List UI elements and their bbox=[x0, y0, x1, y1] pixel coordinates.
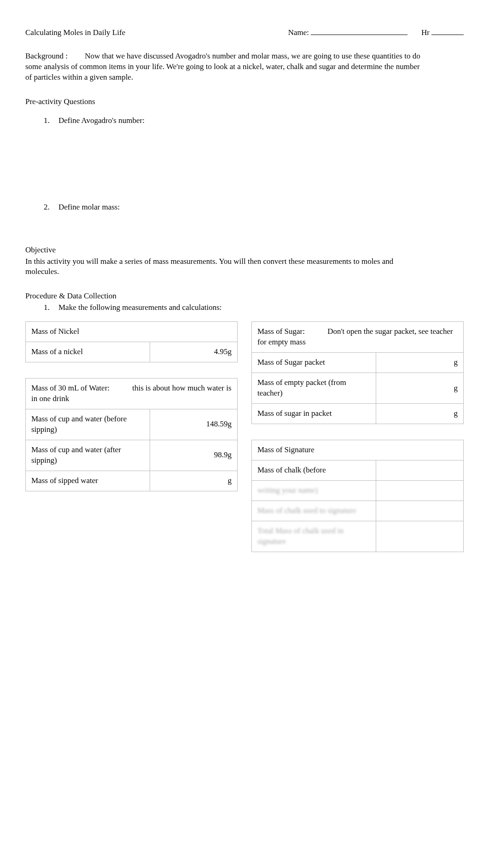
blur-value-1 bbox=[376, 480, 464, 501]
sugar-in-packet-value: g bbox=[376, 403, 464, 424]
table-row-blurred: writing your name) bbox=[252, 480, 464, 501]
pre-activity-heading: Pre-activity Questions bbox=[25, 97, 464, 107]
water-after-label: Mass of cup and water (after sipping) bbox=[26, 440, 150, 471]
name-input-line[interactable] bbox=[311, 35, 408, 35]
q1-text: Define Avogadro's number: bbox=[58, 116, 145, 126]
doc-title: Calculating Moles in Daily Life bbox=[25, 28, 288, 38]
table-row: Mass of sipped water g bbox=[26, 471, 238, 491]
question-1: 1. Define Avogadro's number: bbox=[44, 116, 464, 126]
table-row: Mass of cup and water (before sipping) 1… bbox=[26, 409, 238, 440]
table-row: Mass of Signature bbox=[252, 440, 464, 460]
question-list: 1. Define Avogadro's number: 2. Define m… bbox=[25, 116, 464, 213]
question-2: 2. Define molar mass: bbox=[44, 202, 464, 213]
objective-text: In this activity you will make a series … bbox=[25, 256, 412, 278]
background-text: Now that we have discussed Avogadro's nu… bbox=[25, 52, 420, 82]
step1-text: Make the following measurements and calc… bbox=[58, 303, 222, 313]
sugar-packet-value: g bbox=[376, 353, 464, 373]
signature-table: Mass of Signature Mass of chalk (before … bbox=[251, 440, 464, 552]
water-before-label: Mass of cup and water (before sipping) bbox=[26, 409, 150, 440]
sugar-empty-label: Mass of empty packet (from teacher) bbox=[252, 373, 376, 404]
blur-label-2: Mass of chalk used to signature bbox=[252, 501, 376, 521]
name-label: Name: bbox=[288, 28, 309, 38]
step1-number: 1. bbox=[44, 303, 58, 313]
table-row: Mass of a nickel 4.95g bbox=[26, 342, 238, 362]
nickel-mass-label: Mass of a nickel bbox=[26, 342, 150, 362]
water-sipped-value: g bbox=[150, 471, 238, 491]
table-row: Mass of Sugar: Don't open the sugar pack… bbox=[252, 322, 464, 353]
q2-text: Define molar mass: bbox=[58, 202, 120, 213]
nickel-table: Mass of Nickel Mass of a nickel 4.95g bbox=[25, 321, 238, 362]
table-row: Mass of Sugar packet g bbox=[252, 353, 464, 373]
nickel-table-header: Mass of Nickel bbox=[26, 322, 238, 342]
document-header: Calculating Moles in Daily Life Name: Hr bbox=[25, 28, 464, 38]
objective-heading: Objective bbox=[25, 245, 464, 256]
sugar-packet-label: Mass of Sugar packet bbox=[252, 353, 376, 373]
blur-label-3: Total Mass of chalk used in signature bbox=[252, 521, 376, 552]
table-row: Mass of chalk (before bbox=[252, 460, 464, 480]
chalk-before-label: Mass of chalk (before bbox=[252, 460, 376, 480]
background-section: Background : Now that we have discussed … bbox=[25, 51, 426, 83]
right-column: Mass of Sugar: Don't open the sugar pack… bbox=[251, 321, 464, 567]
left-column: Mass of Nickel Mass of a nickel 4.95g Ma… bbox=[25, 321, 238, 567]
hr-input-line[interactable] bbox=[431, 35, 464, 35]
water-before-value: 148.59g bbox=[150, 409, 238, 440]
procedure-step-1: 1. Make the following measurements and c… bbox=[44, 303, 464, 313]
water-table-header: Mass of 30 mL of Water: this is about ho… bbox=[26, 379, 238, 409]
procedure-heading: Procedure & Data Collection bbox=[25, 291, 464, 302]
table-row: Mass of cup and water (after sipping) 98… bbox=[26, 440, 238, 471]
table-row: Mass of sugar in packet g bbox=[252, 403, 464, 424]
sugar-in-packet-label: Mass of sugar in packet bbox=[252, 403, 376, 424]
hr-field-container: Hr bbox=[421, 28, 464, 38]
water-sipped-label: Mass of sipped water bbox=[26, 471, 150, 491]
sugar-header-main: Mass of Sugar: bbox=[257, 327, 305, 336]
signature-table-header: Mass of Signature bbox=[252, 440, 464, 460]
blur-value-3 bbox=[376, 521, 464, 552]
table-row: Mass of Nickel bbox=[26, 322, 238, 342]
water-header-main: Mass of 30 mL of Water: bbox=[31, 384, 110, 392]
water-after-value: 98.9g bbox=[150, 440, 238, 471]
procedure-list: 1. Make the following measurements and c… bbox=[25, 303, 464, 313]
sugar-table-header: Mass of Sugar: Don't open the sugar pack… bbox=[252, 322, 464, 353]
blur-value-2 bbox=[376, 501, 464, 521]
table-row: Mass of empty packet (from teacher) g bbox=[252, 373, 464, 404]
background-label: Background : bbox=[25, 51, 83, 62]
table-row-blurred: Total Mass of chalk used in signature bbox=[252, 521, 464, 552]
q1-number: 1. bbox=[44, 116, 58, 126]
table-row-blurred: Mass of chalk used to signature bbox=[252, 501, 464, 521]
hr-label: Hr bbox=[421, 28, 430, 38]
nickel-mass-value: 4.95g bbox=[150, 342, 238, 362]
sugar-table: Mass of Sugar: Don't open the sugar pack… bbox=[251, 321, 464, 424]
name-field-container: Name: bbox=[288, 28, 408, 38]
blur-label-1: writing your name) bbox=[252, 480, 376, 501]
sugar-empty-value: g bbox=[376, 373, 464, 404]
chalk-before-value bbox=[376, 460, 464, 480]
table-row: Mass of 30 mL of Water: this is about ho… bbox=[26, 379, 238, 409]
water-table: Mass of 30 mL of Water: this is about ho… bbox=[25, 378, 238, 491]
data-columns: Mass of Nickel Mass of a nickel 4.95g Ma… bbox=[25, 321, 464, 567]
q2-number: 2. bbox=[44, 202, 58, 213]
